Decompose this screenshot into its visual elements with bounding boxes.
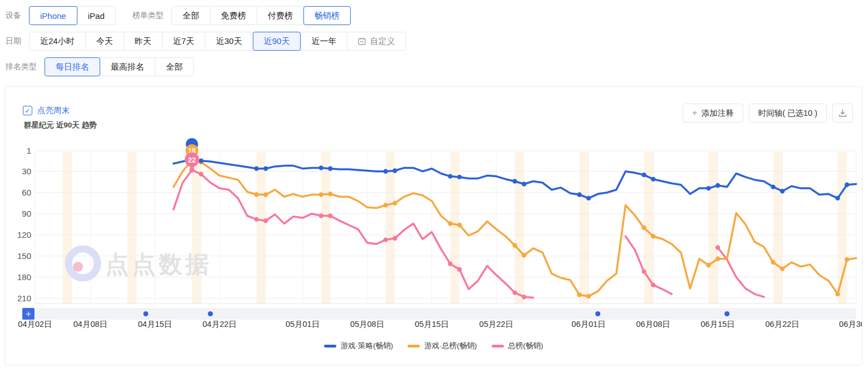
weekend-point[interactable] (771, 184, 775, 189)
y-tick-label: 1 (27, 146, 31, 155)
filter-row-device: 设备 iPhone iPad 榜单类型 全部 免费榜 付费榜 畅销榜 (6, 6, 351, 25)
legend-label-strategy: 游戏·策略(畅销) (341, 341, 394, 351)
weekend-point[interactable] (318, 213, 323, 218)
weekend-point[interactable] (706, 263, 710, 267)
weekend-point[interactable] (448, 174, 452, 178)
weekend-point[interactable] (522, 295, 526, 299)
device-button-group: iPhone iPad (29, 6, 116, 25)
rank-type-option-all[interactable]: 全部 (155, 57, 194, 76)
weekend-point[interactable] (328, 166, 332, 170)
weekend-point[interactable] (651, 177, 655, 181)
chart-type-option-grossing[interactable]: 畅销榜 (303, 6, 351, 25)
rank-type-option-best[interactable]: 最高排名 (100, 57, 155, 76)
legend-item-overall[interactable]: 总榜(畅销) (492, 341, 543, 351)
series-line-2[interactable] (174, 170, 533, 297)
timeline-annotation-dot[interactable] (208, 311, 213, 316)
weekend-point[interactable] (393, 236, 397, 241)
weekend-point[interactable] (706, 186, 710, 190)
weekend-point[interactable] (383, 237, 388, 242)
weekend-point[interactable] (780, 189, 784, 193)
weekend-point[interactable] (577, 192, 581, 197)
legend-label-games-overall: 游戏·总榜(畅销) (424, 341, 477, 351)
chart-type-option-paid[interactable]: 付费榜 (257, 6, 304, 25)
rank-type-option-daily[interactable]: 每日排名 (45, 57, 100, 76)
date-option-custom[interactable]: 自定义 (347, 32, 406, 51)
weekend-point[interactable] (263, 192, 268, 197)
timeline-strip[interactable] (36, 308, 856, 320)
download-button[interactable] (832, 104, 853, 123)
weekend-point[interactable] (780, 266, 784, 271)
chart-type-option-all[interactable]: 全部 (171, 6, 210, 25)
weekend-point[interactable] (715, 183, 720, 188)
weekend-point[interactable] (641, 226, 646, 230)
weekend-point[interactable] (318, 192, 323, 197)
series-line-2[interactable] (718, 248, 764, 297)
weekend-point[interactable] (199, 172, 203, 177)
timeline-button[interactable]: 时间轴( 已选10 ) (749, 104, 827, 123)
date-option-yesterday[interactable]: 昨天 (124, 32, 163, 51)
weekend-point[interactable] (715, 245, 720, 249)
chart-type-filter-label: 榜单类型 (133, 11, 164, 21)
weekend-point[interactable] (835, 292, 840, 296)
x-tick-label: 05月08日 (350, 320, 384, 329)
weekend-point[interactable] (393, 201, 397, 205)
chart-type-option-free[interactable]: 免费榜 (210, 6, 257, 25)
weekend-point[interactable] (651, 234, 655, 238)
weekend-point[interactable] (383, 169, 388, 174)
date-option-7d[interactable]: 近7天 (162, 32, 205, 51)
weekend-point[interactable] (845, 257, 849, 262)
weekend-point[interactable] (457, 175, 462, 179)
weekend-point[interactable] (328, 213, 332, 218)
weekend-point[interactable] (771, 260, 775, 265)
weekend-point[interactable] (254, 217, 258, 222)
weekend-point[interactable] (328, 192, 332, 196)
device-option-ipad[interactable]: iPad (77, 6, 116, 25)
weekend-point[interactable] (715, 257, 720, 261)
date-option-30d[interactable]: 近30天 (205, 32, 253, 51)
weekend-point[interactable] (577, 292, 581, 297)
weekend-point[interactable] (383, 203, 388, 207)
weekend-point[interactable] (651, 282, 655, 287)
date-option-1y[interactable]: 近一年 (300, 32, 347, 51)
add-annotation-button[interactable]: + 添加注释 (683, 104, 743, 123)
timeline-annotation-dot[interactable] (143, 311, 148, 316)
legend-item-strategy[interactable]: 游戏·策略(畅销) (324, 341, 394, 351)
weekend-point[interactable] (254, 166, 258, 170)
y-tick-label: 120 (17, 230, 31, 239)
weekend-point[interactable] (586, 196, 591, 200)
weekend-point[interactable] (641, 269, 646, 273)
weekend-point[interactable] (641, 173, 646, 177)
weekend-point[interactable] (457, 267, 462, 272)
plus-icon: + (692, 107, 698, 119)
weekend-point[interactable] (199, 159, 203, 163)
date-option-24h[interactable]: 近24小时 (29, 32, 86, 51)
weekend-point[interactable] (512, 179, 517, 183)
rank-type-filter-label: 排名类型 (6, 62, 37, 72)
weekend-point[interactable] (318, 165, 323, 170)
highlight-weekend-checkbox[interactable]: ✓ 点亮周末 (23, 105, 70, 116)
date-option-90d[interactable]: 近90天 (253, 32, 301, 51)
device-option-iphone[interactable]: iPhone (29, 6, 77, 25)
weekend-point[interactable] (448, 261, 452, 266)
timeline-annotation-dot[interactable] (595, 311, 600, 316)
weekend-point[interactable] (512, 243, 517, 248)
weekend-point[interactable] (522, 182, 526, 186)
weekend-point[interactable] (845, 183, 849, 187)
weekend-point[interactable] (586, 294, 591, 298)
legend-item-games-overall[interactable]: 游戏·总榜(畅销) (408, 341, 477, 351)
weekend-point[interactable] (457, 223, 462, 227)
download-icon (838, 109, 847, 118)
weekend-point[interactable] (512, 290, 517, 295)
x-tick-label: 06月22日 (766, 320, 800, 329)
weekend-point[interactable] (835, 196, 840, 200)
timeline-button-label: 时间轴( 已选10 ) (758, 108, 817, 119)
x-tick-label: 06月15日 (701, 320, 735, 329)
weekend-point[interactable] (263, 166, 268, 170)
weekend-point[interactable] (522, 253, 526, 257)
timeline-annotation-dot[interactable] (724, 311, 729, 316)
weekend-point[interactable] (448, 221, 452, 226)
date-option-today[interactable]: 今天 (85, 32, 124, 51)
weekend-point[interactable] (254, 192, 258, 197)
weekend-point[interactable] (263, 218, 268, 223)
weekend-point[interactable] (393, 168, 397, 173)
